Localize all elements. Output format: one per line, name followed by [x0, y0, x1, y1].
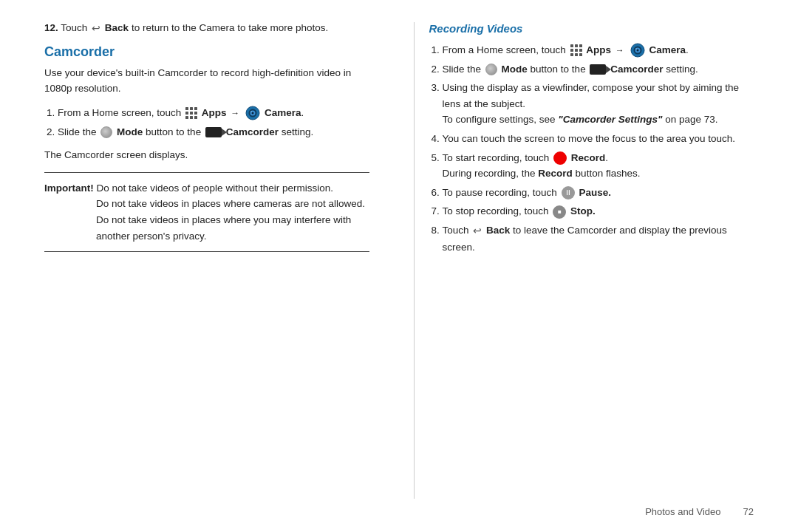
important-label: Important! [44, 183, 94, 194]
r-back-label: Back [486, 225, 510, 236]
r-camcorder-label: Camcorder [610, 64, 663, 75]
svg-point-8 [636, 50, 638, 52]
step2-text-middle: button to the [146, 126, 204, 137]
important-text: Do not take videos of people without the… [97, 183, 333, 194]
record-bold-label: Record [538, 168, 573, 179]
warning-box: Important! Do not take videos of people … [44, 172, 369, 252]
r-mode-label: Mode [502, 64, 528, 75]
r-step2-end: setting. [666, 64, 698, 75]
mode-label: Mode [117, 126, 143, 137]
svg-point-3 [252, 112, 254, 115]
r-mode-icon [485, 64, 497, 75]
r-camcorder-icon [590, 64, 606, 75]
r-camera-label: Camera [649, 44, 686, 55]
r-step2-before: Slide the [443, 64, 484, 75]
step1-text-before: From a Home screen, touch [58, 107, 184, 118]
r-apps-label: Apps [586, 44, 611, 55]
r-apps-icon [570, 44, 582, 56]
r-camera-icon [630, 43, 645, 58]
r-back-icon: ↩ [473, 222, 482, 239]
r-step4-text: You can touch the screen to move the foc… [443, 133, 736, 144]
left-step-2: Slide the Mode button to the Camcorder s… [58, 124, 369, 140]
r-step8-after: to leave the Camcorder and display the p… [443, 225, 727, 253]
right-step-5: To start recording, touch Record. During… [443, 150, 754, 182]
step12-text: to return to the Camera to take more pho… [132, 22, 328, 33]
r-step3-ref: "Camcorder Settings" [558, 114, 662, 125]
r-step5-before: To start recording, touch [443, 152, 553, 163]
svg-point-9 [635, 49, 637, 50]
recording-title: Recording Videos [429, 22, 754, 35]
right-step-7: To stop recording, touch Stop. [443, 203, 754, 219]
arrow-icon: → [231, 108, 239, 118]
page: 12. Touch ↩ Back to return to the Camera… [0, 0, 798, 532]
left-column: 12. Touch ↩ Back to return to the Camera… [44, 22, 384, 499]
footer-page: 72 [743, 506, 754, 517]
camcorder-icon [205, 127, 222, 137]
left-step-1: From a Home screen, touch Apps → [58, 105, 369, 121]
r-step3-note-end: on page 73. [665, 114, 717, 125]
r-step3-text: Using the display as a viewfinder, compo… [443, 82, 739, 109]
camera-label: Camera [265, 107, 301, 118]
step-12: 12. Touch ↩ Back to return to the Camera… [44, 22, 369, 34]
footer-section: Photos and Video [645, 506, 720, 517]
step2-text-before: Slide the [58, 126, 99, 137]
right-step-4: You can touch the screen to move the foc… [443, 131, 754, 147]
right-step-3: Using the display as a viewfinder, compo… [443, 80, 754, 128]
pause-icon [562, 186, 575, 200]
right-step-1: From a Home screen, touch Apps → [443, 42, 754, 58]
stop-icon [553, 205, 566, 219]
record-label: Record [571, 152, 606, 163]
right-column: Recording Videos From a Home screen, tou… [414, 22, 754, 499]
back-label: Back [105, 22, 129, 33]
apps-icon [185, 107, 197, 119]
r-step5-note-end: button flashes. [576, 168, 641, 179]
svg-point-4 [250, 112, 252, 113]
step2-text-after: setting. [282, 126, 314, 137]
r-step8-before: Touch [443, 225, 472, 236]
left-steps-list: From a Home screen, touch Apps → [58, 105, 369, 140]
right-step-2: Slide the Mode button to the Camcorder s… [443, 61, 754, 78]
screen-note: The Camcorder screen displays. [44, 147, 369, 163]
r-arrow: → [615, 45, 624, 55]
record-icon [553, 151, 567, 165]
r-step1-before: From a Home screen, touch [443, 44, 569, 55]
r-step6-before: To pause recording, touch [443, 187, 560, 198]
right-steps-list: From a Home screen, touch Apps → [443, 42, 754, 255]
pause-label: Pause. [579, 187, 611, 198]
back-icon: ↩ [92, 22, 100, 34]
warning-line-1: Do not take videos in places where camer… [96, 196, 369, 212]
apps-label: Apps [202, 107, 227, 118]
right-step-6: To pause recording, touch Pause. [443, 185, 754, 201]
camera-icon [245, 106, 260, 120]
camcorder-title: Camcorder [44, 44, 369, 60]
camcorder-label: Camcorder [226, 126, 279, 137]
stop-label: Stop. [570, 205, 596, 216]
r-step7-before: To stop recording, touch [443, 205, 552, 216]
r-step3-note: To configure settings, see [443, 114, 559, 125]
warning-line-2: Do not take videos in places where you m… [96, 212, 369, 244]
important-line: Important! Do not take videos of people … [44, 180, 369, 197]
footer-info: Photos and Video 72 [645, 506, 754, 517]
mode-icon [100, 126, 112, 138]
r-step5-note: During recording, the [443, 168, 539, 179]
r-step2-mid: button to the [531, 64, 589, 75]
footer: Photos and Video 72 [44, 499, 754, 517]
camcorder-desc: Use your device's built-in Camcorder to … [44, 66, 369, 96]
right-step-8: Touch ↩ Back to leave the Camcorder and … [443, 222, 754, 255]
